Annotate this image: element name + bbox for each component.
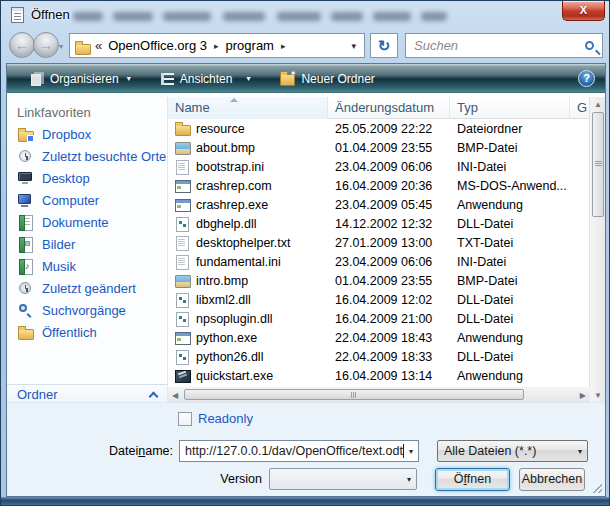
breadcrumb-separator-icon[interactable]: ▸ — [207, 41, 226, 51]
background-window-blur — [373, 12, 411, 21]
table-row[interactable]: dbghelp.dll14.12.2002 12:32DLL-Datei — [168, 214, 590, 233]
sidebar-item-label: Öffentlich — [42, 325, 97, 340]
vertical-scrollbar-thumb[interactable] — [592, 112, 604, 217]
table-row[interactable]: python26.dll22.04.2009 18:33DLL-Datei — [168, 347, 590, 366]
breadcrumb-collapse[interactable]: « — [91, 38, 108, 53]
bmp-image-icon — [175, 273, 190, 288]
table-row[interactable]: python.exe22.04.2009 18:43Anwendung — [168, 328, 590, 347]
file-name-cell: python.exe — [168, 330, 328, 345]
scroll-right-icon[interactable]: ▶ — [580, 391, 586, 400]
forward-button[interactable]: → — [33, 32, 59, 58]
file-date-cell: 16.04.2009 21:00 — [328, 312, 450, 326]
file-name-cell: intro.bmp — [168, 273, 328, 288]
sidebar-item-musik[interactable]: ♪Musik — [7, 255, 167, 277]
organize-icon — [31, 72, 44, 85]
readonly-checkbox[interactable] — [178, 412, 192, 426]
file-name-cell: libxml2.dll — [168, 292, 328, 307]
sidebar-item-desktop[interactable]: Desktop — [7, 167, 167, 189]
sidebar-item-dropbox[interactable]: Dropbox — [7, 123, 167, 145]
resize-grip[interactable] — [593, 484, 602, 493]
title-bar[interactable]: Öffnen X — [1, 1, 610, 29]
background-window-blur — [331, 12, 363, 21]
table-row[interactable]: crashrep.com16.04.2009 20:36MS-DOS-Anwen… — [168, 176, 590, 195]
column-header-name[interactable]: Name — [168, 97, 328, 119]
app-icon — [175, 330, 190, 345]
sidebar-items: DropboxZuletzt besuchte OrteDesktopCompu… — [7, 123, 167, 343]
table-row[interactable]: resource25.05.2009 22:22Dateiordner — [168, 119, 590, 138]
vertical-scrollbar[interactable]: ▲ ▼ — [589, 97, 605, 402]
sidebar-item-zuletzt-besuchte-orte[interactable]: Zuletzt besuchte Orte — [7, 145, 167, 167]
file-name: desktophelper.txt — [196, 236, 291, 250]
scroll-left-icon[interactable]: ◀ — [172, 391, 178, 400]
horizontal-scrollbar[interactable]: ◀ ▶ — [168, 387, 590, 402]
breadcrumb[interactable]: « OpenOffice.org 3 ▸ program ▸ ▾ — [69, 33, 365, 58]
close-button[interactable]: X — [562, 1, 605, 21]
column-header-type[interactable]: Typ — [450, 97, 570, 119]
dialog-footer: Readonly Dateiname: http://127.0.0.1/dav… — [7, 402, 605, 496]
sidebar-item-computer[interactable]: Computer — [7, 189, 167, 211]
table-row[interactable]: bootstrap.ini23.04.2009 06:06INI-Datei — [168, 157, 590, 176]
background-window-blur — [113, 12, 153, 21]
file-list: Name Änderungsdatum Typ G resource25.05.… — [167, 97, 605, 402]
file-name: dbghelp.dll — [196, 217, 256, 231]
refresh-button[interactable]: ↻ — [370, 33, 398, 58]
breadcrumb-item-openoffice[interactable]: OpenOffice.org 3 — [108, 38, 207, 53]
desktop-icon-part — [22, 182, 28, 184]
breadcrumb-dropdown-icon[interactable]: ▾ — [351, 41, 360, 51]
history-dropdown-icon[interactable]: ▾ — [59, 42, 63, 51]
sidebar-item-dokumente[interactable]: Dokumente — [7, 211, 167, 233]
sidebar-item-suchvorg-nge[interactable]: Suchvorgänge — [7, 299, 167, 321]
filename-value: http://127.0.0.1/dav/OpenOffice/text.odt — [185, 444, 404, 458]
help-button[interactable]: ? — [578, 70, 595, 87]
table-row[interactable]: crashrep.exe23.04.2009 05:45Anwendung — [168, 195, 590, 214]
scroll-up-icon[interactable]: ▲ — [590, 100, 606, 109]
file-date-cell: 16.04.2009 12:02 — [328, 293, 450, 307]
filetype-select[interactable]: Alle Dateien (*.*) ▾ — [437, 440, 588, 462]
scroll-down-icon[interactable]: ▼ — [590, 391, 606, 400]
file-name: intro.bmp — [196, 274, 248, 288]
table-row[interactable]: npsoplugin.dll16.04.2009 21:00DLL-Datei — [168, 309, 590, 328]
search-icon[interactable] — [585, 41, 594, 50]
column-header-size[interactable]: G — [570, 97, 590, 119]
views-button[interactable]: Ansichten ▾ — [153, 67, 259, 91]
folders-expander-button[interactable]: Ordner — [7, 384, 167, 403]
table-row[interactable]: fundamental.ini23.04.2009 06:06INI-Datei — [168, 252, 590, 271]
file-name: python.exe — [196, 331, 257, 345]
sidebar-item-label: Bilder — [42, 237, 75, 252]
breadcrumb-separator-icon[interactable]: ▸ — [274, 41, 293, 51]
column-header-date[interactable]: Änderungsdatum — [328, 97, 450, 119]
folders-label: Ordner — [17, 387, 57, 402]
table-row[interactable]: intro.bmp01.04.2009 23:55BMP-Datei — [168, 271, 590, 290]
version-select[interactable]: ▾ — [269, 468, 417, 490]
back-button[interactable]: ← — [9, 32, 35, 58]
table-row[interactable]: about.bmp01.04.2009 23:55BMP-Datei — [168, 138, 590, 157]
search-input[interactable]: Suchen — [405, 33, 603, 58]
file-type-cell: BMP-Datei — [450, 274, 570, 288]
cancel-button[interactable]: Abbrechen — [519, 468, 585, 491]
sort-ascending-icon — [230, 98, 238, 102]
pictures-icon — [17, 236, 34, 252]
table-row[interactable]: desktophelper.txt27.01.2009 13:00TXT-Dat… — [168, 233, 590, 252]
sidebar-item-label: Desktop — [42, 171, 90, 186]
refresh-icon: ↻ — [378, 37, 391, 54]
table-row[interactable]: libxml2.dll16.04.2009 12:02DLL-Datei — [168, 290, 590, 309]
dropbox-folder-icon-part — [27, 135, 34, 142]
filename-input[interactable]: http://127.0.0.1/dav/OpenOffice/text.odt… — [179, 440, 419, 462]
file-date-cell: 01.04.2009 23:55 — [328, 141, 450, 155]
horizontal-scrollbar-thumb[interactable] — [184, 389, 524, 400]
organize-button[interactable]: Organisieren ▾ — [23, 67, 139, 91]
bmp-image-icon — [175, 140, 190, 155]
computer-icon — [17, 192, 34, 208]
open-button[interactable]: Öffnen — [435, 468, 510, 491]
sidebar-item--ffentlich[interactable]: Öffentlich — [7, 321, 167, 343]
sidebar-item-bilder[interactable]: Bilder — [7, 233, 167, 255]
version-dropdown-icon: ▾ — [402, 475, 416, 484]
table-row[interactable]: quickstart.exe16.04.2009 13:14Anwendung — [168, 366, 590, 385]
filename-dropdown-icon[interactable]: ▾ — [404, 447, 418, 456]
sidebar-item-zuletzt-ge-ndert[interactable]: Zuletzt geändert — [7, 277, 167, 299]
file-type-cell: Anwendung — [450, 331, 570, 345]
file-type-cell: Dateiordner — [450, 122, 570, 136]
new-folder-button[interactable]: Neuer Ordner — [272, 67, 382, 91]
file-date-cell: 23.04.2009 06:06 — [328, 160, 450, 174]
breadcrumb-item-program[interactable]: program — [226, 38, 274, 53]
